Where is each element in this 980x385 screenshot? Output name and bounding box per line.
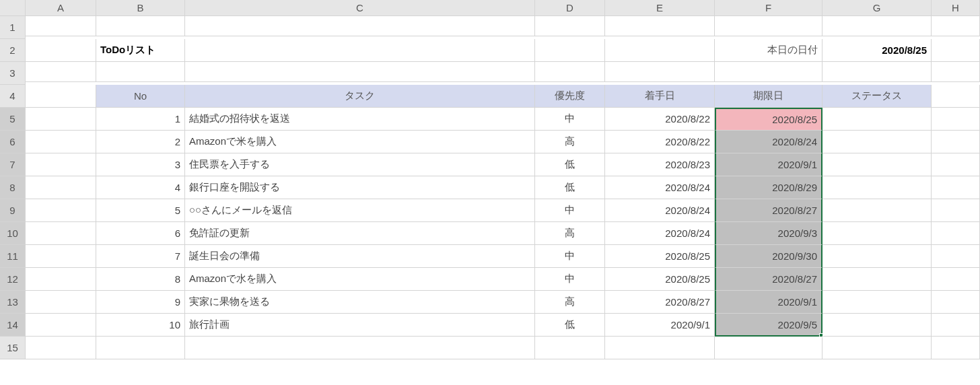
header-due[interactable]: 期限日 — [715, 85, 823, 108]
priority-cell-6[interactable]: 高 — [535, 131, 605, 153]
task-cell-5[interactable]: 結婚式の招待状を返送 — [185, 108, 535, 131]
cell-H2[interactable] — [932, 39, 980, 62]
col-header-G[interactable]: G — [823, 0, 932, 16]
task-cell-7[interactable]: 住民票を入手する — [185, 153, 535, 176]
priority-cell-11[interactable]: 中 — [535, 245, 605, 268]
cell-A4[interactable] — [26, 85, 96, 108]
cell-15-G[interactable] — [823, 337, 932, 359]
status-cell-8[interactable] — [823, 176, 932, 199]
cell-A8[interactable] — [26, 176, 96, 199]
cell-C2[interactable] — [185, 39, 535, 62]
col-header-E[interactable]: E — [605, 0, 715, 16]
start-cell-8[interactable]: 2020/8/24 — [605, 176, 715, 199]
due-cell-14[interactable]: 2020/9/5 — [715, 314, 823, 337]
col-header-corner[interactable] — [0, 0, 26, 16]
cell-15-E[interactable] — [605, 337, 715, 359]
cell-H4[interactable] — [932, 85, 980, 108]
priority-cell-14[interactable]: 低 — [535, 314, 605, 337]
cell-H9[interactable] — [932, 199, 980, 222]
today-date[interactable]: 2020/8/25 — [823, 39, 932, 62]
cell-1-B[interactable] — [96, 16, 185, 36]
cell-3-C[interactable] — [185, 62, 535, 82]
row-header-11[interactable]: 11 — [0, 245, 26, 268]
due-cell-6[interactable]: 2020/8/24 — [715, 131, 823, 153]
start-cell-7[interactable]: 2020/8/23 — [605, 153, 715, 176]
priority-cell-8[interactable]: 低 — [535, 176, 605, 199]
cell-3-B[interactable] — [96, 62, 185, 82]
col-header-A[interactable]: A — [26, 0, 96, 16]
col-header-H[interactable]: H — [932, 0, 980, 16]
task-cell-9[interactable]: ○○さんにメールを返信 — [185, 199, 535, 222]
today-label[interactable]: 本日の日付 — [715, 39, 823, 62]
status-cell-12[interactable] — [823, 268, 932, 291]
due-cell-12[interactable]: 2020/8/27 — [715, 268, 823, 291]
cell-3-G[interactable] — [823, 62, 932, 82]
row-header-5[interactable]: 5 — [0, 108, 26, 131]
cell-3-E[interactable] — [605, 62, 715, 82]
cell-H12[interactable] — [932, 268, 980, 291]
due-cell-9[interactable]: 2020/8/27 — [715, 199, 823, 222]
start-cell-5[interactable]: 2020/8/22 — [605, 108, 715, 131]
priority-cell-5[interactable]: 中 — [535, 108, 605, 131]
task-cell-10[interactable]: 免許証の更新 — [185, 222, 535, 245]
priority-cell-13[interactable]: 高 — [535, 291, 605, 314]
no-cell-6[interactable]: 2 — [96, 131, 185, 153]
cell-A13[interactable] — [26, 291, 96, 314]
row-header-7[interactable]: 7 — [0, 153, 26, 176]
cell-3-F[interactable] — [715, 62, 823, 82]
no-cell-7[interactable]: 3 — [96, 153, 185, 176]
start-cell-13[interactable]: 2020/8/27 — [605, 291, 715, 314]
task-cell-12[interactable]: Amazonで水を購入 — [185, 268, 535, 291]
cell-1-D[interactable] — [535, 16, 605, 36]
start-cell-12[interactable]: 2020/8/25 — [605, 268, 715, 291]
cell-D2[interactable] — [535, 39, 605, 62]
row-header-12[interactable]: 12 — [0, 268, 26, 291]
status-cell-9[interactable] — [823, 199, 932, 222]
status-cell-10[interactable] — [823, 222, 932, 245]
status-cell-14[interactable] — [823, 314, 932, 337]
row-header-8[interactable]: 8 — [0, 176, 26, 199]
due-cell-5[interactable]: 2020/8/25 — [715, 108, 823, 131]
cell-A7[interactable] — [26, 153, 96, 176]
no-cell-8[interactable]: 4 — [96, 176, 185, 199]
col-header-C[interactable]: C — [185, 0, 535, 16]
cell-15-A[interactable] — [26, 337, 96, 359]
cell-A6[interactable] — [26, 131, 96, 153]
no-cell-14[interactable]: 10 — [96, 314, 185, 337]
cell-H11[interactable] — [932, 245, 980, 268]
cell-15-B[interactable] — [96, 337, 185, 359]
due-cell-8[interactable]: 2020/8/29 — [715, 176, 823, 199]
cell-A5[interactable] — [26, 108, 96, 131]
cell-1-H[interactable] — [932, 16, 980, 36]
task-cell-14[interactable]: 旅行計画 — [185, 314, 535, 337]
cell-A12[interactable] — [26, 268, 96, 291]
header-task[interactable]: タスク — [185, 85, 535, 108]
header-start[interactable]: 着手日 — [605, 85, 715, 108]
cell-E2[interactable] — [605, 39, 715, 62]
status-cell-13[interactable] — [823, 291, 932, 314]
due-cell-13[interactable]: 2020/9/1 — [715, 291, 823, 314]
status-cell-7[interactable] — [823, 153, 932, 176]
cell-H14[interactable] — [932, 314, 980, 337]
status-cell-6[interactable] — [823, 131, 932, 153]
cell-15-C[interactable] — [185, 337, 535, 359]
priority-cell-10[interactable]: 高 — [535, 222, 605, 245]
cell-3-D[interactable] — [535, 62, 605, 82]
col-header-D[interactable]: D — [535, 0, 605, 16]
cell-3-A[interactable] — [26, 62, 96, 82]
cell-H7[interactable] — [932, 153, 980, 176]
start-cell-11[interactable]: 2020/8/25 — [605, 245, 715, 268]
row-header-9[interactable]: 9 — [0, 199, 26, 222]
cell-H5[interactable] — [932, 108, 980, 131]
task-cell-6[interactable]: Amazonで米を購入 — [185, 131, 535, 153]
status-cell-5[interactable] — [823, 108, 932, 131]
cell-15-D[interactable] — [535, 337, 605, 359]
cell-1-A[interactable] — [26, 16, 96, 36]
row-header-10[interactable]: 10 — [0, 222, 26, 245]
row-header-15[interactable]: 15 — [0, 337, 26, 359]
task-cell-8[interactable]: 銀行口座を開設する — [185, 176, 535, 199]
due-cell-7[interactable]: 2020/9/1 — [715, 153, 823, 176]
col-header-F[interactable]: F — [715, 0, 823, 16]
cell-H10[interactable] — [932, 222, 980, 245]
cell-A14[interactable] — [26, 314, 96, 337]
